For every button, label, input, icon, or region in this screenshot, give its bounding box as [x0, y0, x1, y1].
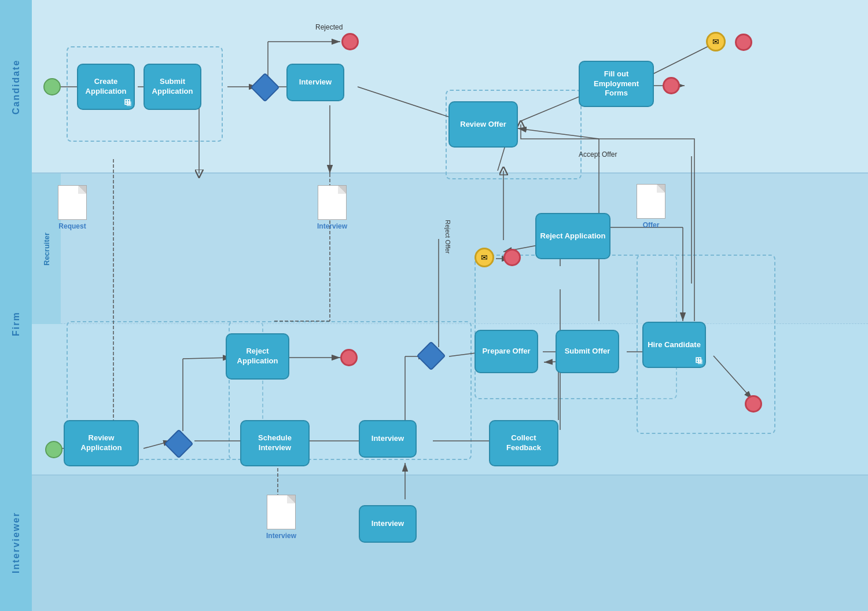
doc-offer: Offer [637, 184, 665, 229]
review-application-node[interactable]: Review Application [64, 420, 139, 466]
reject-application-recruiter[interactable]: Reject Application [226, 333, 289, 380]
candidate-lane-label: Candidate [0, 0, 32, 174]
firm-lane-label: Firm [0, 174, 32, 474]
start-firm [45, 441, 62, 458]
swimlane-interviewer [0, 474, 868, 611]
interviewer-lane-label: Interviewer [0, 474, 32, 611]
start-candidate [43, 78, 61, 95]
review-offer-node[interactable]: Review Offer [448, 101, 518, 148]
doc-interview-interviewer: Interview [266, 495, 296, 540]
diagram-container: Candidate Firm Interviewer Recruiter [0, 0, 868, 611]
recruiter-label: Recruiter [32, 174, 61, 324]
collect-feedback-node[interactable]: Collect Feedback [489, 420, 558, 466]
hire-candidate-node[interactable]: Hire Candidate ⊞ [642, 322, 706, 368]
doc-interview-recruiter: Interview [317, 185, 347, 230]
gateway-offer [421, 345, 442, 366]
gateway-firm [168, 433, 189, 454]
interview-candidate-node[interactable]: Interview [286, 64, 344, 101]
interview-interviewer-node[interactable]: Interview [359, 505, 417, 543]
interview-firm-node[interactable]: Interview [359, 420, 417, 458]
end-fill-employment [663, 77, 680, 94]
prepare-offer-node[interactable]: Prepare Offer [475, 330, 538, 373]
submit-offer-node[interactable]: Submit Offer [556, 330, 619, 373]
reject-application-recruiter-top[interactable]: Reject Application [535, 213, 610, 259]
accept-offer-label: Accept Offer [579, 150, 617, 159]
fill-employment-node[interactable]: Fill out Employment Forms [579, 61, 654, 107]
end-reject-recruiter [340, 349, 358, 366]
create-application-node[interactable]: Create Application ⊞ [77, 64, 135, 110]
end-top-right [735, 34, 752, 51]
gateway-1 [255, 77, 275, 98]
end-firm [745, 395, 762, 413]
end-rejected-top [341, 33, 359, 50]
reject-offer-label: Reject Offer [444, 220, 451, 254]
submit-application-node[interactable]: Submit Application [144, 64, 201, 110]
rejected-label: Rejected [315, 23, 343, 31]
doc-request: Request [58, 185, 87, 230]
message-top-right: ✉ [706, 32, 726, 51]
message-reject-offer: ✉ [475, 248, 494, 267]
end-reject-offer [503, 249, 521, 266]
schedule-interview-node[interactable]: Schedule Interview [240, 420, 310, 466]
